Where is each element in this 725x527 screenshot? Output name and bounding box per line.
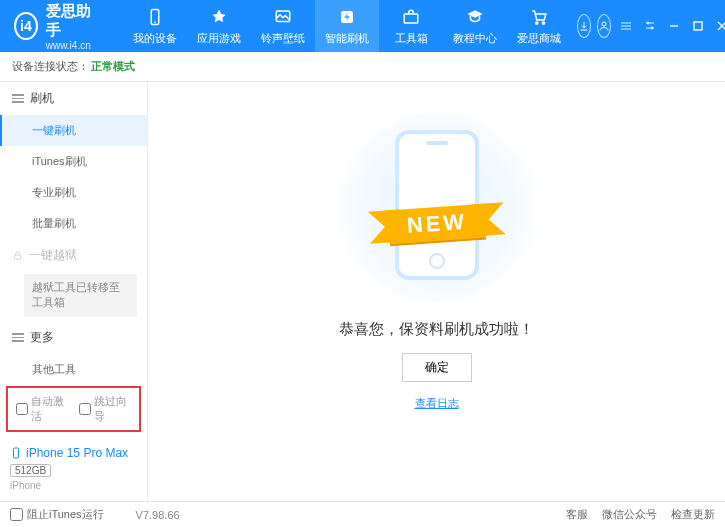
cart-icon	[529, 7, 549, 27]
window-controls	[619, 19, 725, 33]
device-type: iPhone	[10, 480, 137, 491]
download-button[interactable]	[577, 14, 591, 38]
svg-point-6	[542, 21, 544, 23]
nav-ringtones[interactable]: 铃声壁纸	[251, 0, 315, 52]
nav-apps[interactable]: 应用游戏	[187, 0, 251, 52]
svg-point-5	[536, 21, 538, 23]
phone-icon	[145, 7, 165, 27]
footer: 阻止iTunes运行 V7.98.66 客服 微信公众号 检查更新	[0, 501, 725, 527]
settings-icon[interactable]	[643, 19, 657, 33]
sidebar-cat-more[interactable]: 更多	[0, 321, 147, 354]
sidebar-item-other[interactable]: 其他工具	[0, 354, 147, 380]
brand-name: 爱思助手	[46, 2, 95, 40]
app-logo: i4 爱思助手 www.i4.cn	[14, 2, 95, 51]
flash-icon	[337, 7, 357, 27]
nav-flash[interactable]: 智能刷机	[315, 0, 379, 52]
status-label: 设备连接状态：	[12, 59, 89, 74]
image-icon	[273, 7, 293, 27]
minimize-button[interactable]	[667, 19, 681, 33]
success-message: 恭喜您，保资料刷机成功啦！	[339, 320, 534, 339]
device-info: iPhone 15 Pro Max 512GB iPhone	[0, 440, 147, 501]
maximize-button[interactable]	[691, 19, 705, 33]
svg-point-12	[647, 22, 649, 24]
svg-point-7	[602, 22, 606, 26]
sidebar: 刷机 一键刷机 iTunes刷机 专业刷机 批量刷机 一键越狱 越狱工具已转移至…	[0, 82, 148, 501]
close-button[interactable]	[715, 19, 725, 33]
nav-toolbox[interactable]: 工具箱	[379, 0, 443, 52]
nav-store[interactable]: 爱思商城	[507, 0, 571, 52]
sidebar-item-pro[interactable]: 专业刷机	[0, 177, 147, 208]
hamburger-icon	[12, 94, 24, 103]
footer-support[interactable]: 客服	[566, 507, 588, 522]
block-itunes-checkbox[interactable]: 阻止iTunes运行	[10, 507, 104, 522]
new-ribbon: NEW	[387, 204, 485, 245]
sidebar-item-oneclick[interactable]: 一键刷机	[0, 115, 147, 146]
nav-my-device[interactable]: 我的设备	[123, 0, 187, 52]
apps-icon	[209, 7, 229, 27]
top-nav: 我的设备 应用游戏 铃声壁纸 智能刷机 工具箱 教程中心 爱思商城	[123, 0, 571, 52]
main-content: NEW 恭喜您，保资料刷机成功啦！ 确定 查看日志	[148, 82, 725, 501]
sidebar-cat-jailbreak: 一键越狱	[0, 239, 147, 272]
view-log-link[interactable]: 查看日志	[415, 396, 459, 411]
sidebar-item-batch[interactable]: 批量刷机	[0, 208, 147, 239]
logo-icon: i4	[14, 12, 38, 40]
nav-tutorials[interactable]: 教程中心	[443, 0, 507, 52]
auto-activate-checkbox[interactable]: 自动激活	[16, 394, 69, 424]
footer-wechat[interactable]: 微信公众号	[602, 507, 657, 522]
success-illustration: NEW	[332, 112, 542, 302]
toolbox-icon	[401, 7, 421, 27]
svg-rect-4	[404, 14, 418, 23]
version-label: V7.98.66	[136, 509, 180, 521]
sidebar-cat-flash[interactable]: 刷机	[0, 82, 147, 115]
svg-rect-19	[14, 255, 20, 259]
user-button[interactable]	[597, 14, 611, 38]
status-value: 正常模式	[91, 59, 135, 74]
title-bar: i4 爱思助手 www.i4.cn 我的设备 应用游戏 铃声壁纸 智能刷机 工具…	[0, 0, 725, 52]
confirm-button[interactable]: 确定	[402, 353, 472, 382]
svg-rect-20	[14, 448, 19, 458]
connection-status-bar: 设备连接状态： 正常模式	[0, 52, 725, 82]
graduation-icon	[465, 7, 485, 27]
hamburger-icon	[12, 333, 24, 342]
lock-icon	[12, 250, 23, 261]
sidebar-jail-note: 越狱工具已转移至工具箱	[24, 274, 137, 317]
device-name[interactable]: iPhone 15 Pro Max	[10, 446, 137, 460]
sidebar-options-highlight: 自动激活 跳过向导	[6, 386, 141, 432]
svg-point-14	[651, 27, 653, 29]
skip-guide-checkbox[interactable]: 跳过向导	[79, 394, 132, 424]
brand-url: www.i4.cn	[46, 40, 95, 51]
menu-icon[interactable]	[619, 19, 633, 33]
device-storage: 512GB	[10, 464, 51, 477]
sidebar-item-itunes[interactable]: iTunes刷机	[0, 146, 147, 177]
svg-rect-16	[694, 22, 702, 30]
footer-update[interactable]: 检查更新	[671, 507, 715, 522]
phone-small-icon	[10, 447, 22, 459]
